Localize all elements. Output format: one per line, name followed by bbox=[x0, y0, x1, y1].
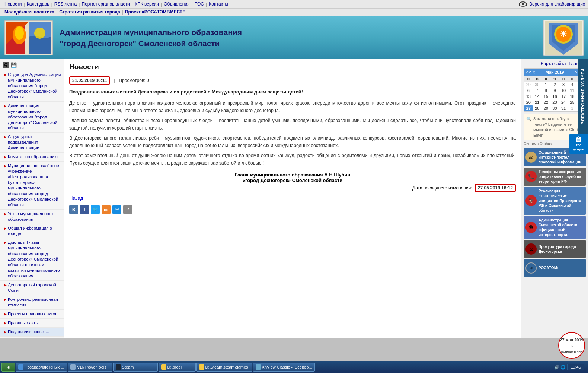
social-tw-icon[interactable]: 🐦 bbox=[91, 205, 100, 214]
folder-progi-icon bbox=[161, 364, 166, 370]
sidebar-item-7[interactable]: ▶ Доклады Главы муниципального образован… bbox=[0, 238, 64, 281]
sidebar-item-3[interactable]: ▶ Комитет по образованию bbox=[0, 153, 64, 162]
sidebar-item-11[interactable]: ▶ Правовые акты bbox=[0, 319, 64, 328]
news-para-3: В этот замечательный день от души желаю … bbox=[69, 152, 516, 167]
cal-day-13[interactable]: 13 bbox=[524, 93, 533, 99]
social-vk-icon[interactable]: В bbox=[69, 205, 78, 214]
electronic-services-panel[interactable]: ЭЛЕКТРОННЫЕ УСЛУГИ bbox=[578, 59, 588, 134]
cal-day-31[interactable]: 31 bbox=[559, 105, 568, 111]
taskbar-xnview-btn[interactable]: XnView Classic - [Scebeb... bbox=[253, 363, 315, 372]
save-icon[interactable]: 💾 bbox=[11, 62, 17, 68]
nav-novosti[interactable]: Новости bbox=[3, 1, 23, 7]
cal-day-7[interactable]: 7 bbox=[533, 87, 542, 93]
nav-contacts[interactable]: Контакты bbox=[207, 1, 230, 7]
cal-day-6[interactable]: 6 bbox=[524, 87, 533, 93]
social-mail-icon[interactable]: ✉ bbox=[112, 205, 121, 214]
taskbar-jv16-btn[interactable]: jv16 PowerTools bbox=[68, 363, 112, 372]
taskbar-progi-btn[interactable]: D:\progi bbox=[159, 363, 196, 372]
banner-rosatom[interactable]: ⚛ РОСАТОМ: bbox=[524, 259, 586, 277]
sidebar-item-6[interactable]: ▶ Общая информация о городе bbox=[0, 224, 64, 239]
cal-day-14[interactable]: 14 bbox=[533, 93, 542, 99]
cal-day-29a[interactable]: 29 bbox=[524, 82, 533, 87]
nav-kpk[interactable]: КПК версия bbox=[133, 1, 160, 7]
nav-youth[interactable]: Молодёжная политика bbox=[3, 9, 56, 15]
back-link[interactable]: Назад bbox=[69, 195, 516, 201]
social-ok-icon[interactable]: ок bbox=[102, 205, 111, 214]
cal-day-25[interactable]: 25 bbox=[568, 99, 577, 105]
print-icon[interactable]: 🖨 bbox=[3, 62, 9, 68]
calendar-weekday-row: п в с ч п с в bbox=[524, 76, 585, 82]
cal-next[interactable]: > bbox=[574, 70, 578, 74]
cal-day-30a[interactable]: 30 bbox=[533, 82, 542, 87]
sidebar-arrow-6: ▶ bbox=[4, 226, 7, 231]
sidebar-label-3: Комитет по образованию bbox=[8, 154, 61, 160]
taskbar-steam-btn[interactable]: Steam bbox=[113, 363, 158, 372]
nav-calendar[interactable]: Календарь bbox=[25, 1, 51, 7]
cal-day-18[interactable]: 18 bbox=[568, 93, 577, 99]
site-header: Администрация муниципального образования… bbox=[0, 16, 588, 59]
cal-day-2[interactable]: 2 bbox=[550, 82, 559, 87]
cal-day-8[interactable]: 8 bbox=[541, 87, 550, 93]
svg-text:☀: ☀ bbox=[560, 29, 567, 39]
cal-day-16[interactable]: 16 bbox=[550, 93, 559, 99]
nav-ads[interactable]: Объявления bbox=[162, 1, 191, 7]
cal-day-30b[interactable]: 30 bbox=[550, 105, 559, 111]
cal-week-0: 29 30 1 2 3 4 5 bbox=[524, 82, 585, 87]
start-button[interactable]: ⊞ bbox=[1, 363, 15, 372]
cal-day-27[interactable]: 27 bbox=[524, 105, 533, 111]
taskbar: ⊞ Поздравляю юных ... jv16 PowerTools St… bbox=[0, 361, 588, 373]
cal-day-29b[interactable]: 29 bbox=[541, 105, 550, 111]
nav-portal[interactable]: Портал органов власти bbox=[80, 1, 131, 7]
cal-day-21[interactable]: 21 bbox=[533, 99, 542, 105]
jv16-btn-label: jv16 PowerTools bbox=[77, 365, 106, 369]
banner-prosecutor[interactable]: ⚖ Прокуратура города Десногорска bbox=[524, 240, 586, 258]
sidebar-item-9[interactable]: ▶ Контрольно ревизионная комиссия bbox=[0, 295, 64, 310]
cal-day-28[interactable]: 28 bbox=[533, 105, 542, 111]
banner-emergency-icon: 📞 bbox=[525, 171, 537, 182]
banner-smolensk[interactable]: 🏛 Администрация Смоленской области офици… bbox=[524, 216, 586, 239]
banner-emergency[interactable]: 📞 Телефоны экстренных оперативных служб … bbox=[524, 168, 586, 186]
cal-day-24[interactable]: 24 bbox=[559, 99, 568, 105]
social-fb-icon[interactable]: f bbox=[80, 205, 89, 214]
sitemap-link[interactable]: Карта сайта bbox=[541, 61, 566, 66]
cal-prev2[interactable]: << bbox=[525, 70, 532, 74]
cal-day-3[interactable]: 3 bbox=[559, 82, 568, 87]
social-misc-icon[interactable]: ↗ bbox=[123, 205, 132, 214]
news-date-modified-row: Дата последнего изменения: 27.05.2019 16… bbox=[69, 185, 516, 191]
cal-day-10[interactable]: 10 bbox=[559, 87, 568, 93]
sidebar-item-0[interactable]: ▶ Структура Администрации муниципального… bbox=[0, 70, 64, 102]
banner-president[interactable]: 🦅 Реализация стратегических инициатив Пр… bbox=[524, 187, 586, 215]
taskbar-games-btn[interactable]: D:\Steam\steam\games bbox=[196, 363, 252, 372]
sidebar-item-10[interactable]: ▶ Проекты правовых актов bbox=[0, 310, 64, 319]
cal-day-11[interactable]: 11 bbox=[568, 87, 577, 93]
cal-day-9[interactable]: 9 bbox=[550, 87, 559, 93]
sidebar-item-1[interactable]: ▶ Администрация муниципального образован… bbox=[0, 102, 64, 133]
taskbar-browser-btn[interactable]: Поздравляю юных ... bbox=[16, 363, 67, 372]
sidebar-item-12[interactable]: ▶ Поздравляю юных ... bbox=[0, 328, 64, 337]
top-navigation: Новости | Календарь | RSS лента | Портал… bbox=[0, 0, 588, 16]
sidebar-item-5[interactable]: ▶ Устав муниципального образования bbox=[0, 210, 64, 224]
nav-strategy[interactable]: Стратегия развития города bbox=[58, 9, 121, 15]
cal-day-17[interactable]: 17 bbox=[559, 93, 568, 99]
cal-day-20[interactable]: 20 bbox=[524, 99, 533, 105]
tray-icons: 🔊 🌐 bbox=[554, 365, 566, 370]
accessibility-link[interactable]: Версия для слабовидящих bbox=[529, 1, 585, 7]
sidebar-item-4[interactable]: ▶ Муниципальное казённое учреждение «Цен… bbox=[0, 162, 64, 210]
folder-games-icon bbox=[199, 364, 204, 370]
sidebar-item-8[interactable]: ▶ Десногорский городской Совет bbox=[0, 281, 64, 295]
cal-prev[interactable]: < bbox=[532, 70, 536, 74]
nav-rss[interactable]: RSS лента bbox=[53, 1, 78, 7]
cal-day-1[interactable]: 1 bbox=[541, 82, 550, 87]
cal-day-22[interactable]: 22 bbox=[541, 99, 550, 105]
gosuslugi-panel[interactable]: 🏛 гос услуги bbox=[569, 134, 588, 154]
right-panel-links: Карта сайта Главная bbox=[524, 61, 586, 66]
emblem-svg: ☀ bbox=[545, 21, 582, 55]
nav-tos[interactable]: ТОС bbox=[193, 1, 205, 7]
cal-day-23[interactable]: 23 bbox=[550, 99, 559, 105]
social-share-icons: В f 🐦 ок ✉ ↗ bbox=[69, 205, 516, 214]
cal-day-4[interactable]: 4 bbox=[568, 82, 577, 87]
sidebar-item-2[interactable]: ▶ Структурные подразделения Администраци… bbox=[0, 133, 64, 153]
nav-rosatom[interactable]: Проект #РОСАТОМВМЕСТЕ bbox=[124, 9, 187, 15]
cal-day-1b[interactable]: 1 bbox=[568, 105, 577, 111]
cal-day-15[interactable]: 15 bbox=[541, 93, 550, 99]
